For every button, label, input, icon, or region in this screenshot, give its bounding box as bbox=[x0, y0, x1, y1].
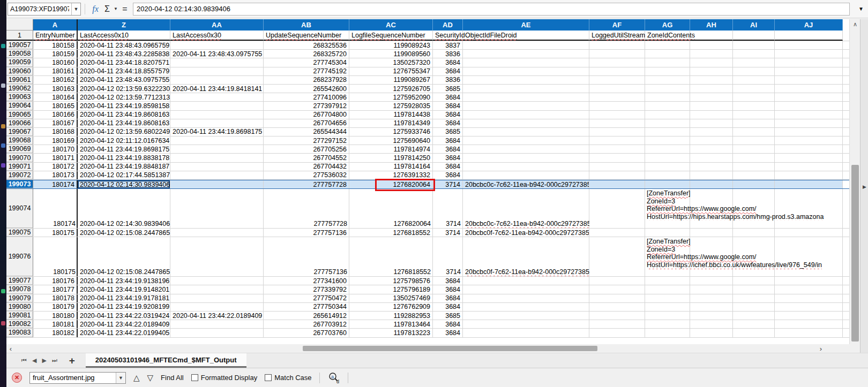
cell[interactable]: 2020-04-12 02:14:30.9839406 bbox=[78, 180, 170, 188]
cell[interactable]: 3684 bbox=[433, 154, 463, 162]
cell[interactable]: 180172 bbox=[33, 163, 78, 171]
search-combo[interactable]: ▼ bbox=[29, 372, 126, 384]
cell[interactable] bbox=[690, 58, 733, 66]
cell[interactable] bbox=[645, 67, 690, 75]
cell[interactable] bbox=[589, 154, 645, 162]
cell[interactable]: 277750472 bbox=[264, 294, 349, 302]
cell[interactable]: 3685 bbox=[433, 312, 463, 320]
cell[interactable] bbox=[645, 171, 690, 179]
column-header-AH[interactable]: AH bbox=[690, 19, 733, 31]
cell[interactable]: 180174 bbox=[33, 219, 78, 228]
cell[interactable]: 1197814250 bbox=[349, 154, 433, 162]
cell[interactable] bbox=[690, 180, 733, 188]
cell[interactable]: 3685 bbox=[433, 128, 463, 136]
cell[interactable]: 3685 bbox=[433, 85, 463, 93]
cell[interactable] bbox=[645, 268, 690, 276]
row-header-199083[interactable]: 199083 bbox=[6, 329, 33, 337]
row-header-199075[interactable]: 199075 bbox=[6, 229, 33, 237]
cell[interactable]: 277341600 bbox=[264, 277, 349, 285]
column-header-AE[interactable]: AE bbox=[463, 19, 589, 31]
cell[interactable] bbox=[733, 154, 775, 162]
autosum-icon[interactable]: Σ bbox=[102, 3, 113, 16]
cell[interactable] bbox=[170, 294, 264, 302]
scroll-left-icon[interactable]: ‹ bbox=[6, 344, 15, 353]
cell[interactable] bbox=[645, 119, 690, 127]
cell[interactable]: 2020-04-12 02:13:59.7712313 bbox=[78, 93, 170, 101]
cell[interactable] bbox=[775, 85, 843, 93]
cell[interactable]: 1276818552 bbox=[349, 268, 433, 276]
cell[interactable] bbox=[690, 119, 733, 127]
field-header-cell[interactable]: ZoneIdContents bbox=[645, 31, 690, 41]
cell[interactable] bbox=[463, 136, 589, 145]
cell[interactable] bbox=[775, 119, 843, 127]
cell[interactable] bbox=[589, 50, 645, 58]
row-header-199076[interactable]: 199076 bbox=[6, 237, 33, 276]
cell[interactable] bbox=[733, 329, 775, 337]
cell[interactable] bbox=[733, 229, 775, 237]
cell[interactable]: 277397912 bbox=[264, 102, 349, 110]
cell[interactable]: 2020-04-11 23:44:22.0189409 bbox=[78, 320, 170, 328]
cell[interactable]: 3684 bbox=[433, 320, 463, 328]
cell[interactable] bbox=[463, 93, 589, 101]
cell[interactable]: 2020-04-12 02:17:44.5851387 bbox=[78, 171, 170, 179]
checkbox-icon[interactable] bbox=[265, 374, 272, 381]
cell[interactable] bbox=[690, 128, 733, 136]
cell[interactable] bbox=[775, 277, 843, 285]
cell[interactable] bbox=[170, 111, 264, 119]
cell[interactable]: 277745304 bbox=[264, 58, 349, 66]
cell[interactable]: 2020-04-11 23:44:19.9208199 bbox=[78, 303, 170, 311]
cell[interactable] bbox=[463, 145, 589, 153]
cell[interactable] bbox=[645, 303, 690, 311]
cell[interactable]: 180166 bbox=[33, 111, 78, 119]
cell[interactable] bbox=[589, 229, 645, 237]
cell[interactable]: 1276762909 bbox=[349, 303, 433, 311]
cell[interactable] bbox=[645, 312, 690, 320]
name-box-dropdown-icon[interactable]: ▼ bbox=[71, 3, 80, 15]
cell[interactable] bbox=[733, 119, 775, 127]
cell[interactable]: 20bcbc0f-7c62-11ea-b942-000c29727385 bbox=[463, 268, 589, 276]
cell[interactable]: 3684 bbox=[433, 119, 463, 127]
cell[interactable] bbox=[690, 102, 733, 110]
cell[interactable] bbox=[775, 303, 843, 311]
cell[interactable] bbox=[589, 111, 645, 119]
cell[interactable]: 180173 bbox=[33, 171, 78, 179]
cell[interactable]: 180176 bbox=[33, 277, 78, 285]
scroll-right-icon[interactable]: › bbox=[817, 344, 825, 353]
cell[interactable] bbox=[463, 50, 589, 58]
cell[interactable] bbox=[775, 171, 843, 179]
cell[interactable] bbox=[733, 219, 775, 228]
cell[interactable]: 267705256 bbox=[264, 145, 349, 153]
cell[interactable]: 2020-04-11 23:44:19.8608163 bbox=[78, 119, 170, 127]
formula-input-line[interactable] bbox=[133, 3, 850, 16]
cell[interactable] bbox=[775, 41, 843, 49]
cell[interactable]: 180169 bbox=[33, 136, 78, 145]
cell[interactable] bbox=[589, 219, 645, 228]
field-header-cell[interactable]: LastAccess0x30 bbox=[170, 31, 264, 41]
row-header-199079[interactable]: 199079 bbox=[6, 294, 33, 302]
cell[interactable] bbox=[589, 128, 645, 136]
cell[interactable] bbox=[690, 294, 733, 302]
cell[interactable]: 267704552 bbox=[264, 154, 349, 162]
cell[interactable]: 2020-04-12 02:15:08.2447865 bbox=[78, 229, 170, 237]
cell[interactable] bbox=[170, 154, 264, 162]
cell[interactable] bbox=[775, 219, 843, 228]
cell[interactable] bbox=[645, 180, 690, 188]
cell[interactable] bbox=[589, 294, 645, 302]
cell[interactable]: 1276820064 bbox=[349, 219, 433, 228]
cell[interactable]: 3684 bbox=[433, 136, 463, 145]
field-header-cell[interactable]: LogfileSequenceNumber bbox=[349, 31, 433, 41]
cell[interactable]: 180178 bbox=[33, 294, 78, 302]
cell[interactable] bbox=[645, 154, 690, 162]
cell[interactable] bbox=[170, 320, 264, 328]
cell[interactable] bbox=[775, 111, 843, 119]
cell[interactable] bbox=[463, 67, 589, 75]
cell[interactable] bbox=[463, 320, 589, 328]
function-wizard-icon[interactable]: fx bbox=[89, 3, 102, 16]
cell[interactable] bbox=[463, 312, 589, 320]
cell[interactable] bbox=[690, 277, 733, 285]
cell[interactable]: 3684 bbox=[433, 145, 463, 153]
cell[interactable] bbox=[463, 76, 589, 84]
checkbox-icon[interactable] bbox=[191, 374, 198, 381]
cell[interactable] bbox=[589, 93, 645, 101]
cell[interactable]: 3684 bbox=[433, 102, 463, 110]
